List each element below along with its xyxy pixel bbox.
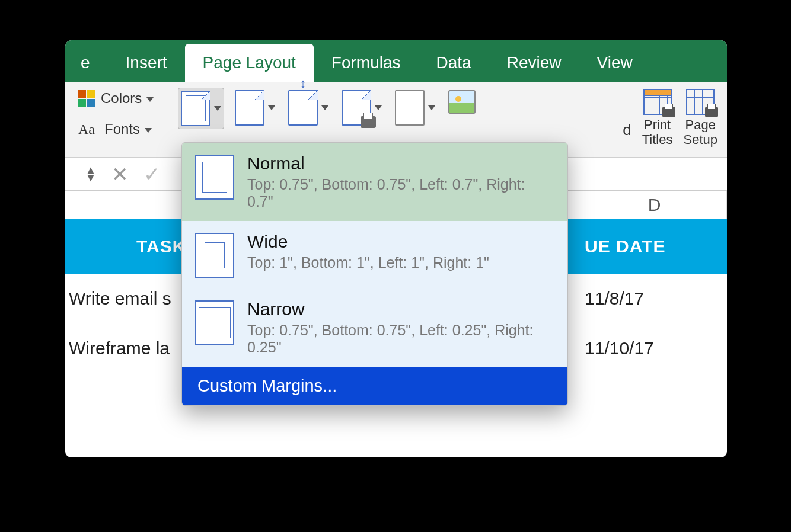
margins-option-title: Normal — [247, 153, 554, 174]
print-titles-button[interactable]: Print Titles — [642, 89, 673, 148]
colors-label: Colors — [101, 90, 154, 107]
margins-thumb-icon — [195, 300, 234, 345]
page-setup-tools: ↕ — [178, 85, 478, 129]
tab-home-partial[interactable]: e — [74, 44, 108, 82]
fonts-dropdown[interactable]: Aa Fonts — [78, 121, 178, 137]
margins-option-custom[interactable]: Custom Margins... — [182, 367, 567, 405]
tab-formulas[interactable]: Formulas — [314, 44, 419, 82]
col-header-d[interactable]: D — [582, 191, 727, 219]
size-icon: ↕ — [288, 90, 318, 126]
chevron-down-icon — [321, 105, 328, 110]
confirm-button[interactable]: ✓ — [143, 162, 160, 186]
name-box-stepper[interactable]: ▲▼ — [85, 166, 96, 181]
chevron-down-icon — [375, 105, 382, 110]
margins-thumb-icon — [195, 233, 234, 278]
fonts-icon: Aa — [78, 121, 98, 137]
cell-due[interactable]: 11/10/17 — [582, 323, 727, 373]
cancel-button[interactable]: ✕ — [111, 162, 128, 186]
print-area-icon — [342, 90, 371, 126]
tab-data[interactable]: Data — [419, 44, 489, 82]
margins-option-title: Wide — [247, 232, 489, 252]
page-setup-label-1: Page — [685, 117, 716, 132]
tab-review[interactable]: Review — [489, 44, 579, 82]
chevron-down-icon — [268, 105, 275, 110]
tab-view[interactable]: View — [579, 44, 650, 82]
print-area-button[interactable] — [339, 88, 384, 128]
app-window: e Insert Page Layout Formulas Data Revie… — [65, 40, 727, 457]
breaks-icon — [395, 90, 425, 126]
fonts-label: Fonts — [104, 121, 152, 137]
ribbon-right: d Print Titles Page Setup — [623, 85, 727, 148]
margins-option-narrow[interactable]: Narrow Top: 0.75", Bottom: 0.75", Left: … — [182, 289, 567, 367]
custom-margins-label: Custom Margins... — [197, 376, 337, 396]
page-setup-icon — [686, 89, 715, 115]
page-setup-label-2: Setup — [684, 132, 718, 147]
header-due-date: UE DATE — [582, 219, 727, 274]
print-titles-label-2: Titles — [642, 132, 673, 147]
tab-insert[interactable]: Insert — [108, 44, 185, 82]
print-titles-label-1: Print — [644, 117, 671, 132]
margins-icon — [181, 91, 210, 126]
themes-group: Colors Aa Fonts — [65, 85, 178, 152]
chevron-down-icon — [214, 106, 221, 111]
page-setup-button[interactable]: Page Setup — [684, 89, 718, 148]
margins-option-title: Narrow — [247, 299, 554, 319]
colors-dropdown[interactable]: Colors — [78, 90, 178, 107]
chevron-down-icon — [428, 105, 435, 110]
margins-dropdown-menu: Normal Top: 0.75", Bottom: 0.75", Left: … — [181, 142, 568, 406]
breaks-button[interactable] — [393, 88, 438, 128]
orientation-button[interactable] — [232, 88, 278, 128]
print-titles-icon — [643, 89, 672, 115]
margins-option-desc: Top: 1", Bottom: 1", Left: 1", Right: 1" — [247, 254, 489, 271]
tab-page-layout[interactable]: Page Layout — [185, 44, 314, 82]
margins-option-wide[interactable]: Wide Top: 1", Bottom: 1", Left: 1", Righ… — [182, 221, 567, 289]
colors-icon — [78, 90, 95, 107]
margins-thumb-icon — [195, 155, 234, 200]
margins-option-desc: Top: 0.75", Bottom: 0.75", Left: 0.7", R… — [247, 176, 554, 210]
picture-icon — [448, 90, 476, 114]
margins-option-normal[interactable]: Normal Top: 0.75", Bottom: 0.75", Left: … — [182, 143, 567, 221]
background-label-partial: d — [623, 97, 631, 139]
ribbon-tab-bar: e Insert Page Layout Formulas Data Revie… — [65, 40, 727, 82]
margins-option-desc: Top: 0.75", Bottom: 0.75", Left: 0.25", … — [247, 322, 554, 356]
orientation-icon — [235, 90, 264, 126]
background-button[interactable] — [446, 88, 478, 116]
size-button[interactable]: ↕ — [286, 88, 331, 128]
margins-button[interactable] — [178, 88, 224, 129]
cell-due[interactable]: 11/8/17 — [582, 274, 727, 323]
